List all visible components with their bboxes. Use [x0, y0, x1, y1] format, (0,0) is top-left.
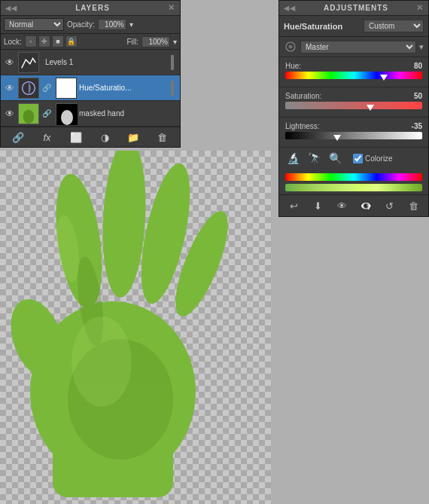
fill-label: Fill: [126, 38, 138, 46]
layer-name-maskedhand: masked hand [79, 109, 177, 118]
add-adjustment-button[interactable]: ◑ [97, 130, 112, 144]
adjustments-panel-header: ◀◀ ADJUSTMENTS ✕ [279, 1, 428, 16]
fill-dropdown-arrow[interactable]: ▾ [173, 38, 177, 46]
hand-image [0, 151, 263, 504]
layer-thumb-maskedhand [18, 103, 39, 124]
hue-value: 80 [414, 62, 422, 70]
layers-close-button[interactable]: ✕ [168, 3, 175, 13]
opacity-input[interactable] [98, 19, 126, 30]
colorize-checkbox[interactable] [353, 154, 363, 163]
lightness-label: Lightness: [285, 122, 320, 130]
colorize-label-wrapper[interactable]: Colorize [353, 154, 393, 163]
layer-name-levels1: Levels 1 [45, 58, 166, 66]
hue-slider-section: Hue: 80 [279, 57, 428, 87]
spectrum-bar-output [285, 184, 422, 191]
adjustments-panel-title: ADJUSTMENTS [324, 4, 388, 12]
adj-type-label: Hue/Saturation [284, 22, 342, 31]
saturation-track[interactable] [285, 102, 422, 109]
eye-visibility-levels1[interactable]: 👁 [4, 57, 16, 69]
link-layers-button[interactable]: 🔗 [11, 130, 26, 144]
svg-point-6 [61, 110, 73, 125]
delete-layer-button[interactable]: 🗑 [155, 130, 170, 144]
layers-list: 👁 Levels 1 👁 🔗 [1, 50, 180, 127]
lock-all-button[interactable]: 🔒 [65, 35, 78, 47]
svg-point-17 [72, 316, 132, 407]
channel-dropdown-arrow[interactable]: ▾ [419, 42, 424, 52]
layer-mask-maskedhand [56, 103, 77, 124]
layer-options-huesat [168, 81, 177, 96]
adj-clip-button[interactable]: ⬇ [309, 198, 326, 213]
svg-point-4 [23, 109, 35, 124]
adj-reset-button[interactable]: ↺ [381, 198, 397, 213]
saturation-value: 50 [414, 92, 422, 100]
colorize-label-text: Colorize [365, 154, 393, 163]
layer-thumb-huesat [18, 78, 39, 99]
layer-mask-huesat [56, 78, 77, 99]
layers-bottom-toolbar: 🔗 fx ⬜ ◑ 📁 🗑 [1, 127, 180, 147]
eyedropper-subtract-button[interactable]: 🔍 [327, 151, 342, 166]
layers-panel-header: ◀◀ LAYERS ✕ [1, 1, 180, 16]
lock-move-button[interactable]: ✛ [38, 35, 50, 47]
opacity-dropdown-arrow[interactable]: ▾ [129, 20, 133, 29]
fill-input[interactable] [141, 36, 170, 47]
layer-link-maskedhand: 🔗 [41, 109, 52, 118]
layers-toolbar-lock: Lock: ▫ ✛ ■ 🔒 Fill: ▾ [1, 34, 180, 50]
hue-track[interactable] [285, 72, 422, 79]
layer-row-levels1[interactable]: 👁 Levels 1 [1, 50, 180, 75]
adj-back-button[interactable]: ↩ [286, 198, 303, 213]
channel-select[interactable]: Master [300, 41, 416, 53]
eyedropper-button[interactable]: 🔬 [285, 151, 300, 166]
eyedropper-row: 🔬 🔭 🔍 Colorize [279, 148, 428, 170]
add-mask-button[interactable]: ⬜ [68, 130, 84, 144]
layers-collapse-arrow[interactable]: ◀◀ [5, 5, 17, 12]
saturation-thumb[interactable] [367, 105, 374, 111]
layer-thumb-levels1 [18, 52, 39, 73]
hue-label: Hue: [285, 62, 301, 70]
layer-row-maskedhand[interactable]: 👁 🔗 masked hand [1, 101, 180, 127]
lightness-slider-section: Lightness: -35 [279, 118, 428, 148]
opacity-label: Opacity: [67, 20, 95, 29]
layer-options-levels1 [168, 55, 177, 70]
lightness-track[interactable] [285, 132, 422, 139]
eye-visibility-maskedhand[interactable]: 👁 [4, 108, 16, 120]
channel-icon [284, 40, 297, 53]
layer-fx-button[interactable]: fx [39, 130, 54, 144]
adj-type-row: Hue/Saturation Custom [279, 16, 428, 37]
adj-visibility-button[interactable]: 👁 [333, 198, 350, 213]
add-folder-button[interactable]: 📁 [126, 130, 141, 144]
adj-expand-button[interactable]: 👁‍🗨 [358, 198, 374, 213]
lock-label: Lock: [4, 38, 22, 46]
adj-close-button[interactable]: ✕ [416, 3, 424, 13]
lock-artboard-button[interactable]: ■ [52, 35, 64, 47]
adj-channel-row: Master ▾ [279, 37, 428, 57]
hue-thumb[interactable] [380, 75, 388, 81]
layer-name-huesat: Hue/Saturatio... [79, 84, 166, 92]
saturation-label: Saturation: [285, 92, 321, 100]
adjustments-panel: ◀◀ ADJUSTMENTS ✕ Hue/Saturation Custom M… [278, 0, 429, 217]
blend-mode-select[interactable]: Normal [4, 18, 64, 31]
adj-preset-select[interactable]: Custom [364, 20, 424, 32]
lock-pixels-button[interactable]: ▫ [25, 35, 37, 47]
adj-collapse-arrow[interactable]: ◀◀ [284, 5, 296, 12]
adj-delete-button[interactable]: 🗑 [405, 198, 421, 213]
canvas-area [0, 151, 271, 504]
spectrum-bar [285, 173, 422, 181]
eye-visibility-huesat[interactable]: 👁 [4, 82, 16, 94]
layers-panel-title: LAYERS [75, 4, 110, 12]
lock-icons-group: ▫ ✛ ■ 🔒 [25, 35, 78, 47]
layers-toolbar-blend: Normal Opacity: ▾ [1, 16, 180, 34]
saturation-slider-section: Saturation: 50 [279, 87, 428, 118]
layers-panel: ◀◀ LAYERS ✕ Normal Opacity: ▾ Lock: ▫ ✛ … [0, 0, 181, 148]
lightness-thumb[interactable] [333, 135, 341, 141]
layer-row-huesat[interactable]: 👁 🔗 Hue/Saturatio... [1, 75, 180, 101]
adj-bottom-toolbar: ↩ ⬇ 👁 👁‍🗨 ↺ 🗑 [279, 194, 428, 216]
eyedropper-add-button[interactable]: 🔭 [306, 151, 321, 166]
layer-link-huesat: 🔗 [41, 84, 52, 92]
lightness-value: -35 [412, 122, 422, 130]
